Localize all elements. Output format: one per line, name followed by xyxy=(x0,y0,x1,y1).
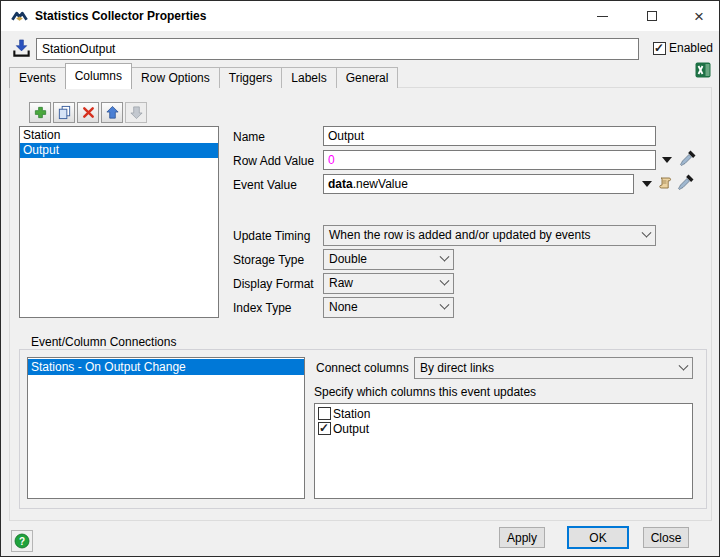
flexsim-logo-icon xyxy=(11,8,28,25)
close-icon: × xyxy=(694,8,704,25)
move-up-button[interactable] xyxy=(101,102,123,123)
help-button[interactable]: ? xyxy=(11,530,33,552)
copy-column-button[interactable] xyxy=(53,102,75,123)
maximize-icon xyxy=(647,11,657,21)
tab-page-border xyxy=(9,87,712,521)
tab-labels[interactable]: Labels xyxy=(281,67,336,88)
close-button[interactable]: × xyxy=(677,1,720,31)
statistics-collector-properties-dialog: Statistics Collector Properties × Statio… xyxy=(0,0,720,557)
minimize-icon xyxy=(597,16,608,17)
tab-row-options[interactable]: Row Options xyxy=(131,67,220,88)
object-name-input[interactable]: StationOutput xyxy=(36,38,639,60)
delete-x-icon xyxy=(81,105,96,120)
add-column-button[interactable] xyxy=(29,102,51,123)
enabled-checkbox[interactable] xyxy=(653,42,666,55)
titlebar: Statistics Collector Properties × xyxy=(1,1,719,31)
tab-columns[interactable]: Columns xyxy=(65,63,132,89)
tab-strip: Events Columns Row Options Triggers Labe… xyxy=(9,64,397,88)
minimize-button[interactable] xyxy=(579,1,625,31)
enabled-label: Enabled xyxy=(669,41,713,55)
move-down-button[interactable] xyxy=(125,102,147,123)
column-toolbar xyxy=(29,102,147,123)
arrow-down-icon xyxy=(129,105,144,120)
close-dialog-button[interactable]: Close xyxy=(643,527,689,548)
tab-general[interactable]: General xyxy=(336,67,399,88)
drop-into-tray-icon[interactable] xyxy=(10,37,33,60)
ok-button[interactable]: OK xyxy=(567,526,629,549)
help-icon: ? xyxy=(14,533,30,549)
maximize-button[interactable] xyxy=(629,1,675,31)
copy-icon xyxy=(57,105,72,120)
svg-text:?: ? xyxy=(19,536,25,547)
excel-export-icon[interactable] xyxy=(695,62,711,78)
delete-column-button[interactable] xyxy=(77,102,99,123)
arrow-up-icon xyxy=(105,105,120,120)
tab-events[interactable]: Events xyxy=(9,67,66,88)
window-title: Statistics Collector Properties xyxy=(35,1,206,31)
group-label: Event/Column Connections xyxy=(27,335,180,349)
plus-icon xyxy=(33,105,48,120)
apply-button[interactable]: Apply xyxy=(499,527,545,548)
tab-triggers[interactable]: Triggers xyxy=(219,67,283,88)
